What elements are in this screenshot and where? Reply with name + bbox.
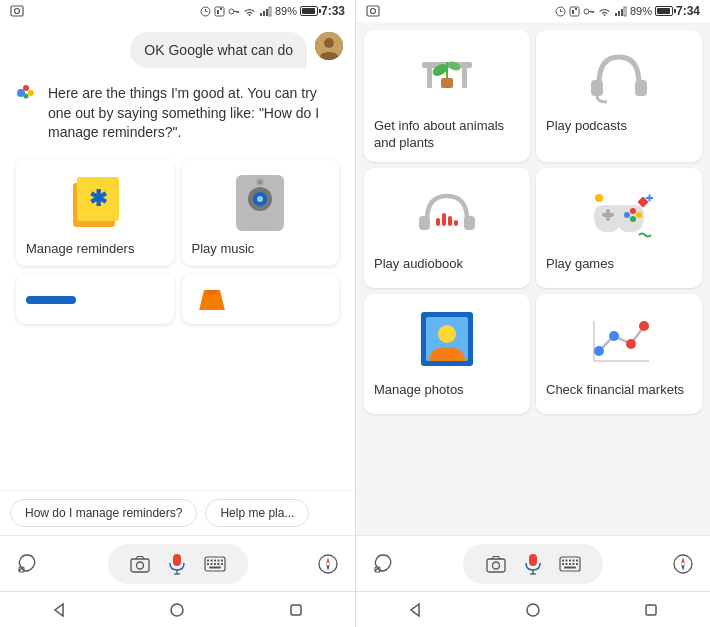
chip-2[interactable]: Help me pla... (205, 499, 309, 527)
back-icon-r (407, 602, 423, 618)
play-audiobook-card[interactable]: Play audiobook (364, 168, 530, 288)
screenshot-icon (10, 4, 24, 18)
podcasts-icon (579, 42, 659, 108)
svg-point-102 (594, 346, 604, 356)
mic-icon (167, 553, 187, 575)
svg-marker-52 (326, 564, 330, 571)
svg-point-8 (229, 9, 234, 14)
animals-plants-card[interactable]: Get info about animals and plants (364, 30, 530, 162)
svg-rect-115 (569, 559, 571, 561)
recents-btn-right[interactable] (637, 596, 665, 624)
svg-rect-117 (576, 559, 578, 561)
financial-markets-card[interactable]: Check financial markets (536, 294, 702, 414)
svg-rect-6 (217, 10, 219, 14)
svg-rect-79 (591, 80, 603, 96)
manage-reminders-card[interactable]: ✱ Manage reminders (16, 159, 174, 266)
svg-marker-127 (411, 604, 419, 616)
svg-rect-35 (173, 554, 181, 566)
animals-plants-icon-area (374, 40, 520, 110)
svg-point-20 (28, 90, 34, 96)
signal-icon-r (614, 6, 627, 17)
financial-markets-label: Check financial markets (546, 382, 684, 399)
play-podcasts-icon-area (546, 40, 692, 110)
battery-percent-left: 89% (275, 5, 297, 17)
svg-rect-62 (572, 10, 574, 14)
status-bar-left: 89% 7:33 (0, 0, 355, 22)
mic-pill-r (463, 544, 603, 584)
svg-marker-51 (326, 557, 330, 564)
left-cards-grid: ✱ Manage reminders (12, 159, 343, 328)
back-btn-right[interactable] (401, 596, 429, 624)
status-right: 89% 7:33 (200, 4, 345, 18)
svg-rect-75 (441, 78, 453, 88)
back-btn-left[interactable] (45, 596, 73, 624)
home-icon-r (525, 602, 541, 618)
svg-rect-46 (214, 563, 216, 565)
compass-icon-btn-r[interactable] (670, 551, 696, 577)
svg-point-89 (630, 208, 636, 214)
svg-rect-31 (207, 290, 217, 295)
svg-point-1 (15, 9, 20, 14)
svg-rect-121 (573, 563, 575, 565)
right-content: Get info about animals and plants (356, 22, 710, 535)
avatar (315, 32, 343, 60)
svg-point-105 (639, 321, 649, 331)
svg-rect-82 (464, 216, 475, 230)
svg-rect-68 (615, 13, 617, 16)
card3[interactable] (16, 274, 174, 324)
home-icon (169, 602, 185, 618)
svg-rect-12 (260, 13, 262, 16)
manage-reminders-label: Manage reminders (26, 241, 134, 256)
camera-icon-btn-r[interactable] (483, 551, 509, 577)
manage-photos-icon-area (374, 304, 520, 374)
recents-icon-r (644, 603, 658, 617)
lens-icon-btn-r[interactable] (370, 551, 396, 577)
manage-photos-card[interactable]: Manage photos (364, 294, 530, 414)
svg-rect-114 (566, 559, 568, 561)
svg-point-128 (527, 604, 539, 616)
svg-point-30 (258, 180, 262, 184)
svg-rect-45 (210, 563, 212, 565)
time-right: 7:34 (676, 4, 700, 18)
svg-rect-14 (266, 9, 268, 16)
svg-point-57 (371, 9, 376, 14)
card4[interactable] (182, 274, 340, 324)
mic-icon-btn-r[interactable] (520, 551, 546, 577)
play-audiobook-icon-area (374, 178, 520, 248)
play-podcasts-card[interactable]: Play podcasts (536, 30, 702, 162)
svg-marker-125 (681, 557, 685, 564)
mic-icon-btn[interactable] (164, 551, 190, 577)
wifi-icon-r (598, 6, 611, 17)
camera-icon (130, 555, 150, 573)
svg-rect-122 (576, 563, 578, 565)
mic-icon-r (523, 553, 543, 575)
svg-rect-107 (487, 559, 505, 572)
play-music-card[interactable]: Play music (182, 159, 340, 266)
bottom-bar-left (0, 535, 355, 591)
recents-btn-left[interactable] (282, 596, 310, 624)
home-btn-left[interactable] (163, 596, 191, 624)
signal-icon (259, 6, 272, 17)
svg-point-108 (492, 562, 499, 569)
keyboard-icon (204, 556, 226, 572)
wifi-icon (243, 6, 256, 17)
play-games-card[interactable]: Play games (536, 168, 702, 288)
svg-rect-55 (291, 605, 301, 615)
svg-rect-49 (209, 566, 221, 568)
keyboard-icon-r (559, 556, 581, 572)
svg-rect-85 (448, 216, 452, 226)
svg-point-78 (446, 60, 462, 72)
compass-icon-btn[interactable] (315, 551, 341, 577)
keyboard-icon-btn[interactable] (202, 551, 228, 577)
mic-pill-container-r (396, 544, 670, 584)
chip-1[interactable]: How do I manage reminders? (10, 499, 197, 527)
chat-area: OK Google what can do Here are (0, 22, 355, 490)
svg-rect-42 (217, 559, 219, 561)
lens-icon-btn[interactable] (14, 551, 40, 577)
svg-marker-126 (681, 564, 685, 571)
svg-rect-81 (419, 216, 430, 230)
keyboard-icon-btn-r[interactable] (557, 551, 583, 577)
svg-point-28 (257, 196, 263, 202)
camera-icon-btn[interactable] (127, 551, 153, 577)
home-btn-right[interactable] (519, 596, 547, 624)
